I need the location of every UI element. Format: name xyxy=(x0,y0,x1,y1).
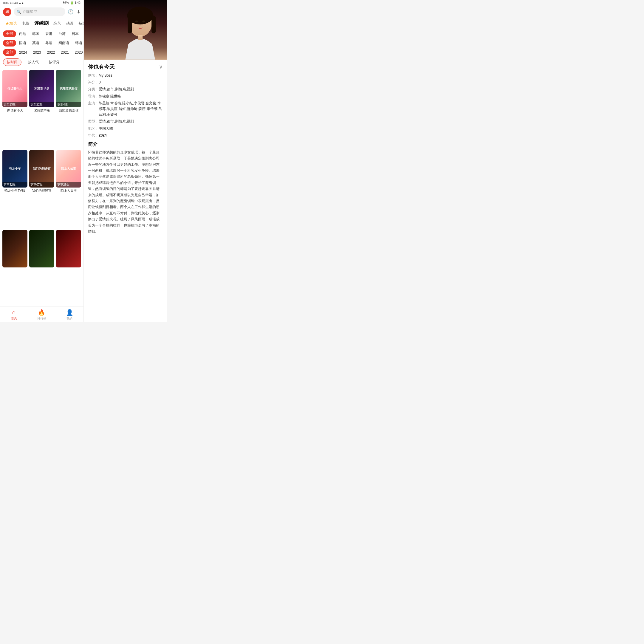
info-director: 导演： 陈铭章,陈世峰 xyxy=(88,94,163,99)
card-4-badge: 更至32集 xyxy=(2,182,27,188)
sort-by-popularity[interactable]: 按人气 xyxy=(24,59,42,66)
filter-region-all[interactable]: 全部 xyxy=(3,30,16,37)
home-label: 首页 xyxy=(11,316,17,321)
card-5-placeholder: 我们的翻译官 xyxy=(29,150,54,188)
hero-person-image xyxy=(84,0,167,60)
card-6-badge: 更至28集 xyxy=(56,182,81,188)
card-2[interactable]: 宋慈韶华录 更至22集 宋慈韶华录 xyxy=(29,70,54,148)
card-7-placeholder xyxy=(2,230,27,267)
altname-label: 别名： xyxy=(88,73,99,78)
card-2-badge: 更至22集 xyxy=(29,102,54,107)
drama-title-row: 你也有今天 ∨ xyxy=(88,63,163,70)
svg-point-6 xyxy=(142,21,145,23)
filter-region-japan[interactable]: 日本 xyxy=(69,30,82,37)
director-label: 导演： xyxy=(88,94,99,99)
filter-lang-minnan[interactable]: 闽南语 xyxy=(55,40,72,47)
card-1-image: 你也有今天 更至13集 xyxy=(2,70,27,107)
nav-ranking[interactable]: 🔥 排行榜 xyxy=(28,309,55,321)
nav-tab-anime[interactable]: 动漫 xyxy=(64,20,76,27)
filter-lang-mandarin[interactable]: 国语 xyxy=(16,40,29,47)
card-2-title: 宋慈韶华录 xyxy=(29,108,54,113)
card-1-badge: 更至13集 xyxy=(2,102,27,107)
bottom-nav: ⌂ 首页 🔥 排行榜 👤 我的 xyxy=(0,306,83,322)
nav-tab-variety[interactable]: 综艺 xyxy=(51,20,64,27)
info-altname: 别名： My Boss xyxy=(88,73,163,78)
nav-tab-short[interactable]: 短剧 xyxy=(76,20,83,27)
filter-lang-korean[interactable]: 韩语 xyxy=(72,40,83,47)
svg-rect-3 xyxy=(128,16,132,33)
filter-year-2020[interactable]: 2020 xyxy=(72,49,83,55)
synopsis-text: 怀揣着律师梦想的纯真少女成瑶，被一个最顶级的律师事务所录取，于是她决定搬到离公司… xyxy=(88,149,163,234)
search-bar: 追 🔍 吞噬星空 🕐 ⬇ xyxy=(0,6,83,18)
search-input-box[interactable]: 🔍 吞噬星空 xyxy=(14,7,65,16)
director-value: 陈铭章,陈世峰 xyxy=(99,94,163,99)
filter-region-mainland[interactable]: 内地 xyxy=(16,30,29,37)
info-region: 地区： 中国大陆 xyxy=(88,126,163,131)
cast-value: 陈星旭,章若楠,陈小纭,李俊贤,合文俊,李殿尊,陈昊蓝,翁虹,范帅琦,姜妍,李传… xyxy=(99,100,163,118)
card-3-image: 我知道我爱你 更至4集 xyxy=(56,70,81,107)
rating-value: 0 xyxy=(99,80,163,85)
app-logo[interactable]: 追 xyxy=(3,8,11,16)
drama-title: 你也有今天 xyxy=(88,63,115,70)
card-4[interactable]: 鸣龙少年 更至32集 鸣龙少年TV版 xyxy=(2,150,27,228)
filter-region-taiwan[interactable]: 台湾 xyxy=(55,30,69,37)
card-4-title: 鸣龙少年TV版 xyxy=(2,188,27,193)
status-left: HD① 4G 4G ▲▲ xyxy=(3,1,24,4)
header-icons: 🕐 ⬇ xyxy=(68,9,81,15)
drama-info: 你也有今天 ∨ 别名： My Boss 评分： 0 分类： 爱情,都市,剧情,电… xyxy=(84,60,167,238)
info-rating: 评分： 0 xyxy=(88,80,163,85)
filter-year-2023[interactable]: 2023 xyxy=(30,49,44,55)
chevron-down-icon[interactable]: ∨ xyxy=(159,64,163,70)
nav-profile[interactable]: 👤 我的 xyxy=(56,309,83,321)
filter-lang-cantonese[interactable]: 粤语 xyxy=(42,40,55,47)
filter-year-all[interactable]: 全部 xyxy=(3,49,16,56)
region-value: 中国大陆 xyxy=(99,126,163,131)
history-icon[interactable]: 🕐 xyxy=(68,9,74,15)
genre-value: 爱情,都市,剧情,电视剧 xyxy=(99,86,163,92)
sort-row: 按时间 按人气 按评分 xyxy=(0,57,83,67)
card-5[interactable]: 我们的翻译官 更至07集 我们的翻译官 xyxy=(29,150,54,228)
region-label: 地区： xyxy=(88,126,99,131)
filter-year-2024[interactable]: 2024 xyxy=(16,49,30,55)
nav-tab-movie[interactable]: 电影 xyxy=(19,20,32,27)
status-bar: HD① 4G 4G ▲▲ 86% 🔋 1:42 xyxy=(0,0,83,6)
card-9-placeholder xyxy=(56,230,81,267)
profile-label: 我的 xyxy=(66,317,72,321)
card-8[interactable] xyxy=(29,230,54,304)
filter-region-korea[interactable]: 韩国 xyxy=(29,30,42,37)
status-battery-pct: 86% xyxy=(63,1,69,4)
battery-icon: 🔋 xyxy=(70,1,74,4)
svg-point-7 xyxy=(139,24,141,26)
info-cast: 主演： 陈星旭,章若楠,陈小纭,李俊贤,合文俊,李殿尊,陈昊蓝,翁虹,范帅琦,姜… xyxy=(88,100,163,118)
card-6[interactable]: 陌上人如玉 更至28集 陌上人如玉 xyxy=(56,150,81,228)
download-icon[interactable]: ⬇ xyxy=(77,9,81,15)
card-5-title: 我们的翻译官 xyxy=(29,188,54,193)
filter-region-hk[interactable]: 香港 xyxy=(42,30,55,37)
nav-tab-selected[interactable]: ★精选 xyxy=(3,20,19,27)
filter-year-2022[interactable]: 2022 xyxy=(44,49,58,55)
search-placeholder: 吞噬星空 xyxy=(23,9,37,14)
profile-icon: 👤 xyxy=(66,309,73,316)
card-1[interactable]: 你也有今天 更至13集 你也有今天 xyxy=(2,70,27,148)
nav-home[interactable]: ⌂ 首页 xyxy=(0,309,28,321)
nav-tab-drama[interactable]: 连续剧 xyxy=(32,20,51,27)
card-7[interactable] xyxy=(2,230,27,304)
card-5-image: 我们的翻译官 更至07集 xyxy=(29,150,54,188)
card-9[interactable] xyxy=(56,230,81,304)
altname-value: My Boss xyxy=(99,73,163,78)
ranking-label: 排行榜 xyxy=(37,317,46,321)
card-6-title: 陌上人如玉 xyxy=(56,188,81,193)
card-3[interactable]: 我知道我爱你 更至4集 我知道我爱你 xyxy=(56,70,81,148)
left-panel: HD① 4G 4G ▲▲ 86% 🔋 1:42 追 🔍 吞噬星空 🕐 ⬇ ★精选… xyxy=(0,0,83,322)
info-year: 年代： 2024 xyxy=(88,133,163,138)
status-signal-text: HD① 4G 4G ▲▲ xyxy=(3,1,24,4)
filter-lang-english[interactable]: 英语 xyxy=(29,40,42,47)
sort-by-rating[interactable]: 按评分 xyxy=(45,59,63,66)
card-3-badge: 更至4集 xyxy=(56,102,81,107)
sort-by-time[interactable]: 按时间 xyxy=(3,58,21,66)
filter-year-2021[interactable]: 2021 xyxy=(58,49,72,55)
content-grid: 你也有今天 更至13集 你也有今天 宋慈韶华录 更至22集 宋慈韶华录 我知道我… xyxy=(0,67,83,306)
logo-text: 追 xyxy=(5,9,9,14)
card-9-image xyxy=(56,230,81,267)
filter-lang-all[interactable]: 全部 xyxy=(3,40,16,47)
